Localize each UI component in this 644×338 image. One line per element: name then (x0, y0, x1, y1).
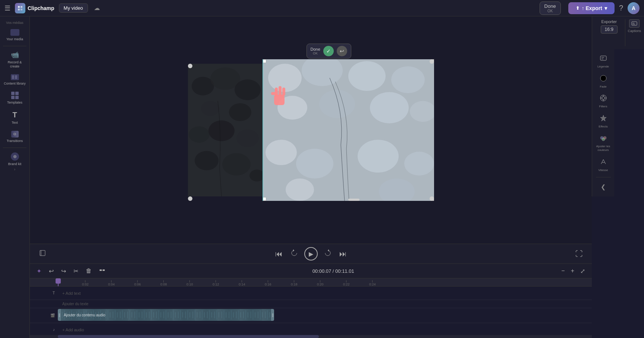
done-ok-label: OK (547, 9, 553, 13)
merge-button[interactable] (97, 266, 107, 276)
aspect-ratio-button[interactable]: 16:9 (601, 25, 618, 34)
done-label: Done (544, 3, 556, 9)
speed-icon (600, 158, 607, 167)
transitions-label: Transitions (7, 139, 23, 143)
sidebar-item-templates[interactable]: Templates (1, 89, 28, 107)
ruler-tick-3: 0:06 (134, 280, 141, 286)
add-audio-placeholder: + Add audio (62, 328, 84, 332)
project-name[interactable]: My video (59, 3, 88, 13)
play-button[interactable]: ▶ (304, 247, 318, 260)
fit-timeline-button[interactable]: ⤢ (578, 266, 587, 276)
sidebar-item-brand[interactable]: ⊕ Brand kit › (1, 150, 28, 174)
outer-handle-tl[interactable] (188, 64, 192, 68)
right-tool-effects[interactable]: Effects (594, 112, 613, 131)
library-icon (11, 74, 19, 80)
audio-track-label: ♪ (30, 326, 58, 333)
menu-icon[interactable]: ☰ (4, 4, 10, 12)
right-tool-fade[interactable]: Fade (594, 72, 613, 91)
skip-back-button[interactable]: ⏮ (274, 248, 284, 260)
captions-button[interactable] (629, 19, 640, 28)
effects-label: Effects (599, 125, 607, 129)
divider-vertical (625, 19, 625, 46)
right-tool-adjust-colors[interactable]: Ajuster les couleurs (594, 132, 613, 154)
crop-divider-line (263, 59, 263, 201)
handle-bottom-center[interactable] (348, 199, 359, 201)
add-text-button[interactable]: + Add text (58, 287, 592, 300)
center-area: Done OK ✓ ↩ (30, 16, 592, 338)
crop-confirm-button[interactable]: ✓ (323, 46, 334, 56)
add-text-row-label (30, 303, 58, 306)
adjust-colors-label: Ajuster les couleurs (595, 145, 612, 152)
ruler-tick-7: 0:14 (239, 280, 245, 286)
app-name: Clipchamp (28, 5, 54, 11)
cut-button[interactable]: ✂ (71, 266, 81, 276)
svg-point-52 (602, 97, 605, 99)
add-audio-hint[interactable]: + Add audio (58, 323, 592, 335)
timeline-playhead[interactable] (58, 278, 59, 286)
video-clip-right-handle[interactable]: ‖ (271, 309, 274, 321)
right-tool-speed[interactable]: Vitesse (594, 156, 613, 174)
help-icon[interactable]: ? (619, 4, 623, 12)
user-avatar[interactable]: A (628, 2, 640, 14)
medias-label: Your media (6, 37, 23, 41)
export-button[interactable]: ⬆ ↑ Export ▾ (568, 2, 615, 14)
outer-handle-tr[interactable] (430, 59, 434, 64)
svg-point-12 (236, 129, 259, 147)
svg-point-9 (229, 103, 251, 121)
filters-icon (600, 94, 607, 104)
add-text-hint[interactable]: Ajouter du texte (58, 302, 592, 306)
exporter-section: Exporter 16:9 (595, 19, 623, 46)
svg-point-50 (600, 75, 606, 81)
rewind-5s-button[interactable] (289, 247, 300, 260)
ruler-tick-8: 0:16 (265, 280, 271, 286)
timeline-ruler: 0:02 0:04 0:06 0:08 0:10 0:12 0:14 0:16 … (30, 278, 592, 287)
svg-point-13 (195, 151, 219, 170)
forward-5s-button[interactable] (322, 247, 333, 260)
captions-label: Captions (628, 29, 641, 33)
sidebar-item-transitions[interactable]: ⧉ Transitions (1, 129, 28, 145)
text-track-content: + Add text (58, 287, 592, 300)
crop-icon-btn[interactable] (37, 248, 48, 260)
timeline-scrollbar[interactable] (30, 335, 592, 338)
sidebar-item-medias[interactable]: Your media (1, 27, 28, 44)
right-tool-legend[interactable]: Légende (594, 52, 613, 71)
timeline-scrollbar-thumb[interactable] (58, 335, 319, 338)
sidebar-item-record[interactable]: 📹 Record & create (1, 48, 28, 71)
timeline: ✦ ↩ ↪ ✂ 🗑 00:00.07 / 00:11.01 − + ⤢ (30, 263, 592, 338)
adjust-colors-icon (600, 134, 607, 143)
video-right-scene (263, 59, 434, 201)
playhead-marker (56, 278, 61, 284)
redo-button[interactable]: ↪ (59, 266, 68, 276)
templates-label: Templates (7, 101, 22, 105)
ruler-tick-2: 0:04 (108, 280, 115, 286)
svg-point-26 (296, 149, 333, 179)
collapse-right-panel-button[interactable]: ❮ (598, 180, 609, 193)
undo-button[interactable]: ↩ (47, 266, 56, 276)
crop-cancel-button[interactable]: ↩ (337, 46, 347, 56)
logo-icon (15, 3, 25, 13)
delete-button[interactable]: 🗑 (84, 266, 94, 275)
video-track-content: ‖ Ajouter du contenu audio ‖ (58, 308, 592, 323)
library-label: Content library (4, 82, 26, 86)
video-clip-left-handle[interactable]: ‖ (58, 309, 61, 321)
zoom-in-button[interactable]: + (569, 266, 577, 275)
video-clip[interactable]: ‖ Ajouter du contenu audio ‖ (58, 309, 274, 321)
skip-forward-button[interactable]: ⏭ (338, 248, 348, 260)
right-tool-filters[interactable]: Filters (594, 92, 613, 111)
timeline-time-display: 00:00.07 / 00:11.01 (110, 268, 556, 274)
done-button[interactable]: Done OK (540, 1, 561, 15)
svg-point-27 (358, 140, 399, 173)
media-section-header: Vos médias (0, 19, 29, 26)
sidebar-item-text[interactable]: T Text (1, 108, 28, 127)
svg-rect-2 (18, 9, 20, 10)
video-preview: Done OK ✓ ↩ (30, 16, 592, 244)
text-icon: T (12, 111, 17, 119)
svg-point-21 (277, 96, 307, 120)
fullscreen-button[interactable]: ⛶ (574, 248, 584, 260)
outer-handle-br[interactable] (430, 196, 434, 201)
magic-tool-button[interactable]: ✦ (34, 266, 44, 276)
zoom-out-button[interactable]: − (559, 266, 567, 275)
divider (3, 46, 26, 46)
sidebar-item-library[interactable]: Content library (1, 72, 28, 88)
outer-handle-bl[interactable] (188, 196, 192, 201)
